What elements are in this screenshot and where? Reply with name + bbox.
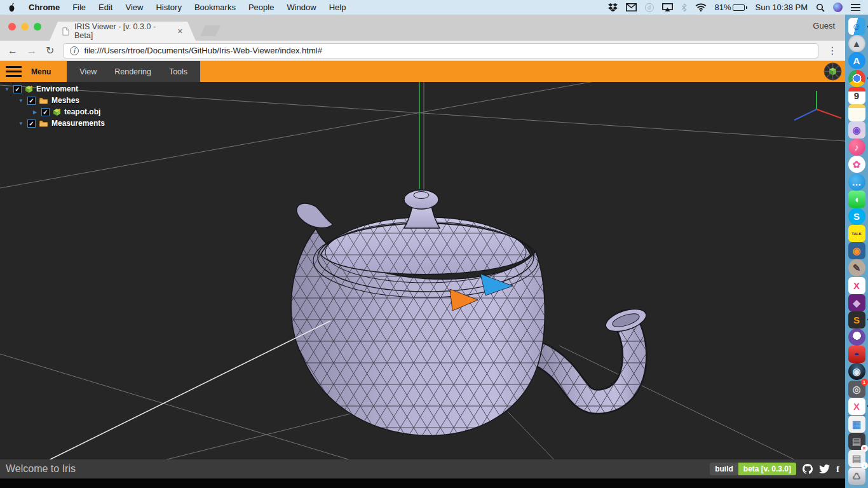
iris-menu-rendering[interactable]: Rendering bbox=[114, 67, 151, 76]
teapot-mesh bbox=[291, 190, 649, 435]
dock-icon-arcade-game[interactable]: ◓ bbox=[848, 346, 865, 363]
new-tab-button[interactable] bbox=[200, 25, 220, 36]
reload-icon[interactable]: ↻ bbox=[46, 46, 54, 56]
hamburger-icon[interactable] bbox=[6, 66, 22, 77]
dock-icon-notes[interactable] bbox=[848, 104, 865, 121]
dock-icon-finder[interactable]: ☺ bbox=[848, 18, 865, 35]
visibility-checkbox[interactable]: ✓ bbox=[27, 119, 36, 128]
zoom-window-button[interactable] bbox=[34, 23, 41, 30]
macos-menu-bar: Chrome FileEditViewHistoryBookmarksPeopl… bbox=[0, 0, 868, 15]
notification-center-icon[interactable] bbox=[851, 4, 860, 11]
tab-strip: IRIS Viewer - [v. 0.3.0 - Beta] ✕ Guest bbox=[0, 15, 845, 41]
tree-item-label: Measurements bbox=[51, 119, 105, 128]
dock-icon-github-desktop[interactable] bbox=[848, 329, 865, 346]
viewport-3d[interactable]: ▼✓Enviroment▼✓Meshes▶✓teapot.obj▼✓Measur… bbox=[0, 82, 845, 459]
visibility-checkbox[interactable]: ✓ bbox=[13, 85, 22, 93]
iris-menu-view[interactable]: View bbox=[79, 67, 97, 76]
menu-item-people[interactable]: People bbox=[248, 3, 274, 12]
dropbox-icon[interactable] bbox=[608, 3, 618, 11]
twitter-icon[interactable] bbox=[819, 464, 830, 473]
menu-item-history[interactable]: History bbox=[156, 3, 181, 12]
menu-item-edit[interactable]: Edit bbox=[98, 3, 112, 12]
dock-icon-messages[interactable]: … bbox=[848, 173, 865, 191]
menu-item-help[interactable]: Help bbox=[329, 3, 346, 12]
dock-icon-calendar[interactable]: 9 bbox=[848, 87, 865, 104]
dock-icon-document-image[interactable]: ▦ bbox=[848, 416, 865, 433]
dock-icon-trash[interactable]: ♺ bbox=[848, 468, 865, 485]
menu-item-view[interactable]: View bbox=[125, 3, 143, 12]
menu-item-window[interactable]: Window bbox=[287, 3, 316, 12]
tab-close-icon[interactable]: ✕ bbox=[177, 27, 183, 36]
dock-icon-launchpad[interactable]: ▲ bbox=[848, 35, 865, 52]
dock-icon-itunes[interactable]: ♪ bbox=[848, 139, 865, 156]
tree-item-label: Meshes bbox=[51, 96, 79, 105]
teapot-handle bbox=[297, 203, 333, 228]
tree-row-measurements[interactable]: ▼✓Measurements bbox=[1, 118, 105, 129]
dock-icon-chrome[interactable] bbox=[848, 70, 865, 87]
spotlight-icon[interactable] bbox=[816, 3, 825, 12]
page-info-icon[interactable]: i bbox=[70, 46, 79, 55]
browser-tab[interactable]: IRIS Viewer - [v. 0.3.0 - Beta] ✕ bbox=[50, 22, 196, 41]
axis-gizmo bbox=[794, 91, 841, 120]
status-bar: Welcome to Iris build beta [v. 0.3.0] f bbox=[0, 459, 845, 478]
tree-row-enviroment[interactable]: ▼✓Enviroment bbox=[1, 83, 105, 95]
battery-indicator[interactable]: 81% bbox=[715, 3, 747, 12]
menu-app-name[interactable]: Chrome bbox=[29, 3, 60, 12]
iris-logo-icon[interactable] bbox=[824, 62, 842, 83]
chevron-down-icon[interactable]: ▼ bbox=[18, 121, 24, 126]
siri-icon[interactable] bbox=[833, 3, 843, 12]
dock-icon-steam[interactable]: ◉ bbox=[848, 363, 865, 380]
iris-menu-tools[interactable]: Tools bbox=[169, 67, 187, 76]
teapot-knob-stem bbox=[404, 207, 440, 228]
duet-icon[interactable]: d bbox=[645, 3, 654, 12]
back-icon[interactable]: ← bbox=[8, 46, 18, 56]
minimize-window-button[interactable] bbox=[21, 23, 29, 30]
dock-icon-sublime-text[interactable]: S bbox=[848, 311, 865, 329]
dock-icon-xamarin[interactable]: X bbox=[848, 277, 865, 294]
dock-icon-skype[interactable]: S bbox=[848, 208, 865, 225]
address-bar[interactable]: i file:///Users/rtroe/Documents/GitHub/I… bbox=[63, 43, 818, 58]
close-window-button[interactable] bbox=[8, 23, 16, 30]
dock-badge: 1 bbox=[861, 379, 868, 386]
beta-version-badge: beta [v. 0.3.0] bbox=[738, 463, 796, 475]
menu-item-file[interactable]: File bbox=[72, 3, 86, 12]
menu-item-bookmarks[interactable]: Bookmarks bbox=[194, 3, 236, 12]
tree-row-meshes[interactable]: ▼✓Meshes bbox=[1, 95, 105, 106]
dock-icon-photo-booth[interactable]: ◉ bbox=[848, 121, 865, 139]
bluetooth-icon[interactable] bbox=[681, 3, 687, 12]
facebook-icon[interactable]: f bbox=[836, 464, 839, 475]
airplay-icon[interactable] bbox=[662, 3, 673, 11]
visibility-checkbox[interactable]: ✓ bbox=[27, 97, 36, 105]
build-badge[interactable]: build beta [v. 0.3.0] bbox=[710, 463, 796, 475]
battery-percent: 81% bbox=[715, 3, 731, 12]
dock-icon-gimp[interactable]: ✎ bbox=[848, 259, 865, 276]
favicon bbox=[62, 27, 69, 36]
dock-icon-document-dark[interactable]: ▤✕ bbox=[848, 433, 865, 450]
dock-icon-xamarin-studio[interactable]: X bbox=[848, 398, 865, 415]
dock-icon-photos[interactable]: ✿ bbox=[848, 156, 865, 173]
dock-icon-kakaotalk[interactable]: TALK bbox=[848, 225, 865, 242]
menu-clock[interactable]: Sun 10:38 PM bbox=[756, 3, 808, 12]
dock-icon-camera-utility[interactable]: ◎1 bbox=[848, 381, 865, 398]
dock-icon-visual-studio[interactable]: ◆ bbox=[848, 294, 865, 311]
dock-icon-document-download[interactable]: ▤↓ bbox=[848, 450, 865, 467]
window-bottom-strip bbox=[0, 478, 845, 488]
chevron-right-icon[interactable]: ▶ bbox=[32, 109, 38, 115]
visibility-checkbox[interactable]: ✓ bbox=[41, 108, 50, 116]
browser-menu-icon[interactable]: ⋮ bbox=[827, 44, 837, 57]
apple-icon[interactable] bbox=[8, 3, 16, 13]
github-icon[interactable] bbox=[803, 464, 813, 474]
forward-icon[interactable]: → bbox=[27, 46, 37, 56]
wifi-icon[interactable] bbox=[695, 3, 707, 11]
menu-label[interactable]: Menu bbox=[31, 67, 51, 76]
status-message: Welcome to Iris bbox=[6, 463, 76, 475]
mail-icon[interactable] bbox=[626, 3, 637, 11]
dock-icon-blender[interactable]: ◉ bbox=[848, 242, 865, 259]
folder-icon bbox=[39, 120, 48, 127]
dock-icon-app-store[interactable]: A bbox=[848, 52, 865, 69]
tree-row-teapot-obj[interactable]: ▶✓teapot.obj bbox=[1, 106, 105, 118]
chevron-down-icon[interactable]: ▼ bbox=[4, 86, 10, 92]
chevron-down-icon[interactable]: ▼ bbox=[18, 98, 24, 104]
dock-icon-facetime[interactable]: ◖ bbox=[848, 191, 865, 208]
profile-label[interactable]: Guest bbox=[813, 21, 835, 30]
